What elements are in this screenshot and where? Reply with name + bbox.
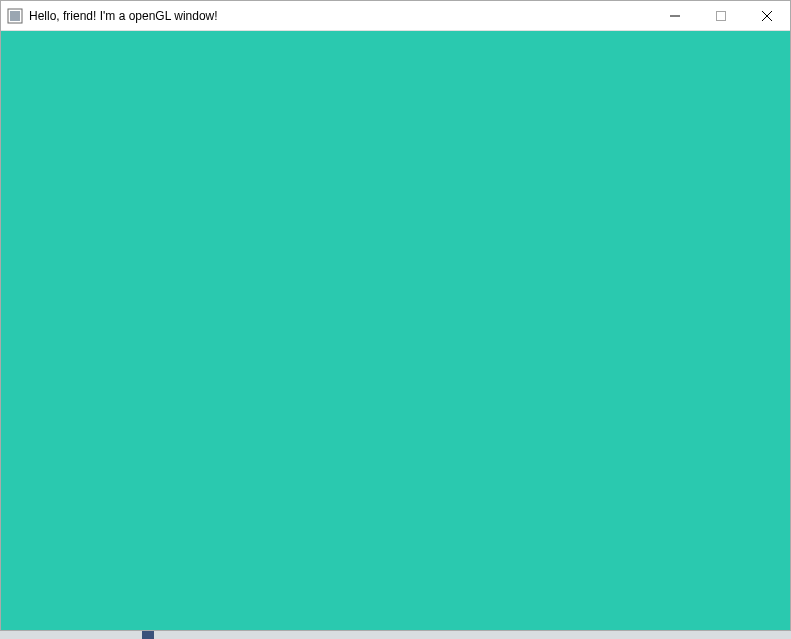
app-window: Hello, friend! I'm a openGL window! [0,0,791,631]
minimize-icon [670,11,680,21]
svg-rect-3 [717,12,726,21]
window-title: Hello, friend! I'm a openGL window! [29,1,652,31]
minimize-button[interactable] [652,1,698,31]
window-controls [652,1,790,30]
titlebar[interactable]: Hello, friend! I'm a openGL window! [1,1,790,31]
close-button[interactable] [744,1,790,31]
app-icon [7,8,23,24]
close-icon [762,11,772,21]
maximize-button[interactable] [698,1,744,31]
gl-clear-surface [1,31,790,630]
taskbar-active-indicator [142,631,154,639]
maximize-icon [716,11,726,21]
taskbar-edge [0,631,791,639]
svg-rect-1 [10,11,20,21]
opengl-client-area[interactable] [1,31,790,630]
